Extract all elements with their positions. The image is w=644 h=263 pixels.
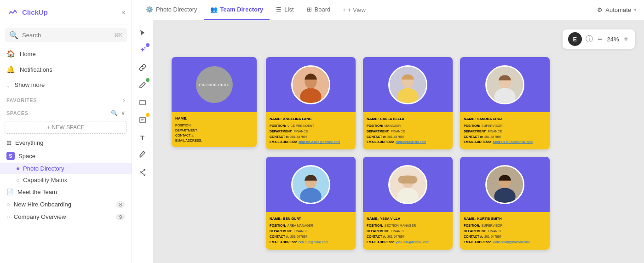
topbar: ⚙️ Photo Directory 👥 Team Directory ☰ Li… bbox=[132, 0, 644, 20]
info-icon[interactable]: ⓘ bbox=[586, 34, 593, 44]
zoom-controls: E ⓘ − 24% + bbox=[563, 29, 635, 49]
link-tool-button[interactable] bbox=[135, 60, 150, 75]
text-tool-icon: T bbox=[140, 134, 144, 142]
svg-point-16 bbox=[494, 88, 515, 104]
sidebar-item-photo-directory[interactable]: Photo Directory bbox=[0, 163, 132, 174]
spaces-search-icon[interactable]: 🔍 bbox=[111, 110, 118, 116]
svg-point-6 bbox=[140, 172, 141, 173]
capability-matrix-dot bbox=[17, 179, 19, 182]
template-picture-placeholder: PICTURE HERE bbox=[196, 66, 233, 103]
favorites-expand-icon[interactable]: › bbox=[123, 97, 126, 103]
person-card-top-sandra bbox=[460, 57, 550, 112]
svg-point-5 bbox=[144, 174, 145, 176]
sidebar-item-capability-matrix[interactable]: Capability Matrix bbox=[0, 174, 132, 186]
cursor-tool-button[interactable] bbox=[135, 25, 150, 40]
pencil-dot bbox=[146, 78, 150, 82]
person-card-bottom-kurtis: NAME: KURTIS SMITH POSITION:SUPERVISOR D… bbox=[460, 212, 550, 249]
photo-directory-tab-icon: ⚙️ bbox=[146, 6, 153, 13]
svg-point-1 bbox=[144, 47, 145, 49]
everything-icon: ⊞ bbox=[6, 139, 12, 146]
template-card: PICTURE HERE NAME: POSITION: DEPARTMENT:… bbox=[172, 57, 257, 147]
space-icon: S bbox=[6, 152, 15, 160]
rectangle-tool-button[interactable] bbox=[135, 95, 150, 110]
company-overview-icon: ○ bbox=[6, 213, 10, 220]
magic-tool-button[interactable] bbox=[135, 42, 150, 58]
search-shortcut: ⌘K bbox=[114, 32, 122, 38]
sidebar-item-everything[interactable]: ⊞ Everything bbox=[0, 137, 132, 149]
pencil-tool-button[interactable] bbox=[135, 77, 150, 93]
photo-directory-label: Photo Directory bbox=[23, 165, 64, 172]
svg-point-26 bbox=[494, 188, 515, 204]
person-card-kurtis-smith: NAME: KURTIS SMITH POSITION:SUPERVISOR D… bbox=[460, 157, 550, 249]
new-hire-label: New Hire Onboarding bbox=[14, 201, 71, 208]
search-input[interactable] bbox=[22, 32, 110, 39]
tab-list[interactable]: ☰ List bbox=[270, 0, 300, 20]
avatar-angelina-lang bbox=[291, 65, 330, 104]
svg-point-0 bbox=[6, 6, 19, 18]
person-card-top-kurtis bbox=[460, 157, 550, 212]
sidebar-item-new-hire-onboarding[interactable]: ○ New Hire Onboarding 8 bbox=[0, 198, 132, 211]
nav-item-notifications[interactable]: 🔔 Notifications bbox=[0, 62, 132, 77]
tab-board[interactable]: ⊞ Board bbox=[300, 0, 337, 20]
app-name: ClickUp bbox=[22, 8, 48, 16]
sticky-note-tool-button[interactable] bbox=[135, 112, 150, 128]
template-card-bottom: NAME: POSITION: DEPARTMENT: CONTACT #: E… bbox=[172, 112, 257, 147]
canvas-area: T E ⓘ − 24% bbox=[132, 20, 644, 263]
sidebar-item-space[interactable]: S Space bbox=[0, 149, 132, 163]
sidebar-header: ClickUp « bbox=[0, 0, 132, 24]
spaces-section-label: SPACES 🔍 ∨ bbox=[0, 105, 132, 118]
new-hire-badge: 8 bbox=[116, 201, 125, 208]
new-space-button[interactable]: + NEW SPACE bbox=[5, 121, 127, 134]
main-content: ⚙️ Photo Directory 👥 Team Directory ☰ Li… bbox=[132, 0, 644, 263]
svg-rect-2 bbox=[140, 100, 145, 105]
everything-label: Everything bbox=[15, 139, 43, 146]
zoom-in-button[interactable]: + bbox=[622, 34, 629, 44]
share-tool-button[interactable] bbox=[135, 165, 150, 180]
avatar-sandra-cruz bbox=[485, 65, 524, 104]
person-card-carla-bella: NAME: CARLA BELLA POSITION:MANAGER DEPAR… bbox=[363, 57, 453, 149]
meet-team-icon: 📄 bbox=[6, 189, 14, 195]
canvas-toolbar: T bbox=[132, 20, 153, 263]
eraser-tool-button[interactable] bbox=[135, 147, 150, 163]
zoom-out-button[interactable]: − bbox=[597, 34, 604, 44]
nav-show-more-label: Show more bbox=[15, 81, 45, 88]
automate-button[interactable]: ⚙ Automate ▾ bbox=[597, 6, 637, 13]
svg-point-13 bbox=[397, 88, 418, 104]
nav-item-home[interactable]: 🏠 Home bbox=[0, 46, 132, 62]
favorites-section-label: FAVORITES › bbox=[0, 92, 132, 105]
space-label: Space bbox=[18, 153, 35, 160]
clickup-logo-icon bbox=[6, 6, 19, 18]
svg-rect-23 bbox=[398, 176, 418, 183]
search-bar[interactable]: 🔍 ⌘K bbox=[5, 28, 127, 42]
person-card-bottom-yssa: NAME: YSSA VILLA POSITION:SECTION MANAGE… bbox=[363, 212, 453, 249]
canvas-content[interactable]: E ⓘ − 24% + PICTURE HERE NAME: POSITION:… bbox=[153, 20, 644, 263]
bell-icon: 🔔 bbox=[6, 65, 15, 74]
nav-item-show-more[interactable]: ↓ Show more bbox=[0, 77, 132, 92]
person-card-yssa-villa: NAME: YSSA VILLA POSITION:SECTION MANAGE… bbox=[363, 157, 453, 249]
person-card-bottom-ben: NAME: BEN GURT POSITION:AREA MANAGER DEP… bbox=[266, 212, 356, 249]
search-icon: 🔍 bbox=[9, 31, 18, 40]
tab-photo-directory[interactable]: ⚙️ Photo Directory bbox=[139, 0, 204, 20]
person-card-angelina-lang: NAME: ANGELINA LANG POSITION:VICE PRESID… bbox=[266, 57, 356, 149]
automate-icon: ⚙ bbox=[597, 6, 603, 13]
avatar-carla-bella bbox=[388, 65, 427, 104]
add-view-button[interactable]: + + View bbox=[337, 6, 371, 13]
sidebar-item-company-overview[interactable]: ○ Company Overview 9 bbox=[0, 211, 132, 223]
person-card-top-yssa bbox=[363, 157, 453, 212]
collapse-sidebar-button[interactable]: « bbox=[121, 8, 125, 16]
person-card-top-carla bbox=[363, 57, 453, 112]
avatar-ben-gurt bbox=[291, 165, 330, 204]
capability-matrix-label: Capability Matrix bbox=[23, 177, 67, 183]
magic-dot bbox=[146, 43, 150, 47]
text-tool-button[interactable]: T bbox=[135, 130, 150, 145]
list-tab-icon: ☰ bbox=[276, 6, 282, 13]
spaces-chevron-icon[interactable]: ∨ bbox=[121, 110, 126, 116]
sidebar-item-meet-the-team[interactable]: 📄 Meet the Team bbox=[0, 186, 132, 198]
svg-point-4 bbox=[144, 170, 145, 171]
company-overview-label: Company Overview bbox=[14, 213, 66, 220]
tab-team-directory[interactable]: 👥 Team Directory bbox=[204, 0, 270, 20]
person-card-top-ben bbox=[266, 157, 356, 212]
photo-directory-dot bbox=[17, 167, 19, 170]
meet-team-label: Meet the Team bbox=[17, 189, 57, 195]
person-card-ben-gurt: NAME: BEN GURT POSITION:AREA MANAGER DEP… bbox=[266, 157, 356, 249]
